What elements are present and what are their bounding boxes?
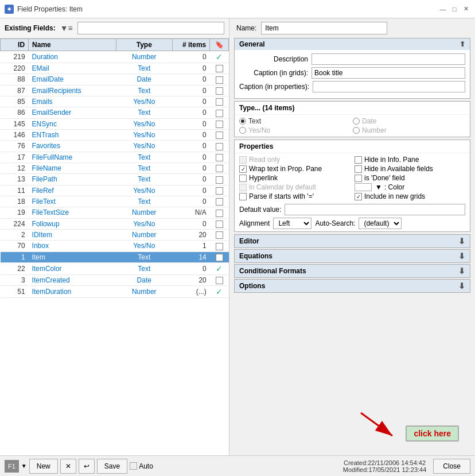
table-row[interactable]: 87 EmailRecipients Text 0 [1, 85, 229, 96]
prop-hide-available[interactable]: Hide in Available fields [355, 165, 465, 173]
cell-check[interactable] [210, 274, 229, 285]
table-row[interactable]: 11 FileRef Yes/No 0 [1, 185, 229, 196]
table-row[interactable]: 145 ENSync Yes/No 0 [1, 118, 229, 129]
caption-grids-input[interactable] [312, 67, 465, 79]
back-button[interactable]: ↩ [79, 459, 95, 474]
search-input[interactable] [77, 22, 224, 34]
table-row[interactable]: 85 Emails Yes/No 0 [1, 96, 229, 107]
row-checkbox[interactable] [216, 220, 223, 228]
prop-parse[interactable]: Parse if starts with '=' [239, 192, 350, 200]
table-row[interactable]: 1 Item Text 14 [1, 251, 229, 262]
caption-props-input[interactable] [313, 81, 465, 92]
table-row[interactable]: 76 Favorites Yes/No 0 [1, 141, 229, 152]
table-row[interactable]: 19 FileTextSize Number N/A [1, 207, 229, 218]
prop-color[interactable]: ▼ : Color [355, 183, 465, 191]
prop-done-field[interactable]: is 'Done' field [355, 174, 465, 182]
prop-calendar[interactable]: in Calendar by default [239, 183, 350, 191]
arrow-down-icon[interactable]: ▼ [21, 463, 27, 469]
prop-hyperlink[interactable]: Hyperlink [239, 174, 350, 182]
col-items[interactable]: # items [172, 39, 209, 51]
table-row[interactable]: 220 EMail Text 0 [1, 63, 229, 74]
cell-check[interactable] [210, 96, 229, 107]
equations-header[interactable]: Equations ⬇ [235, 250, 470, 262]
radio-yesno[interactable]: Yes/No [239, 126, 352, 134]
close-window-button[interactable]: ✕ [461, 5, 470, 14]
table-row[interactable]: 146 ENTrash Yes/No 0 [1, 129, 229, 140]
table-row[interactable]: 219 Duration Number 0 ✓ [1, 51, 229, 63]
general-header[interactable]: General ⬆ [235, 38, 470, 50]
table-row[interactable]: 22 ItemColor Text 0 ✓ [1, 262, 229, 274]
row-checkbox[interactable] [216, 231, 223, 239]
row-checkbox[interactable] [216, 198, 223, 206]
col-type[interactable]: Type [116, 39, 172, 51]
prop-readonly[interactable]: Read only [239, 156, 350, 164]
cell-check[interactable] [210, 107, 229, 118]
row-checkbox[interactable] [216, 210, 223, 217]
close-button[interactable]: Close [433, 459, 470, 474]
cell-check[interactable] [210, 152, 229, 162]
description-input[interactable] [312, 53, 465, 65]
table-row[interactable]: 3 ItemCreated Date 20 [1, 274, 229, 285]
conditional-formats-header[interactable]: Conditional Formats ⬇ [235, 265, 470, 277]
table-row[interactable]: 17 FileFullName Text 0 [1, 152, 229, 162]
table-row[interactable]: 224 Followup Yes/No 0 [1, 218, 229, 229]
cell-check[interactable]: ✓ [210, 51, 229, 63]
cell-check[interactable] [210, 218, 229, 229]
table-row[interactable]: 51 ItemDuration Number (...) ✓ [1, 286, 229, 298]
table-row[interactable]: 70 Inbox Yes/No 1 [1, 241, 229, 251]
row-checkbox[interactable] [216, 277, 223, 284]
radio-number[interactable]: Number [353, 126, 465, 134]
row-checkbox[interactable] [216, 76, 223, 84]
cell-check[interactable] [210, 241, 229, 251]
auto-search-select[interactable]: (default) [359, 218, 402, 229]
row-checkbox[interactable] [216, 176, 223, 184]
radio-text[interactable]: Text [239, 117, 352, 125]
col-id[interactable]: ID [1, 39, 29, 51]
row-checkbox[interactable] [216, 121, 223, 128]
cell-check[interactable] [210, 174, 229, 185]
click-here-button[interactable]: click here [406, 425, 459, 442]
prop-hide-info[interactable]: Hide in Info. Pane [355, 156, 465, 164]
row-checkbox[interactable] [216, 254, 223, 261]
cell-check[interactable] [210, 141, 229, 152]
default-value-input[interactable] [285, 204, 465, 215]
row-checkbox[interactable] [216, 110, 223, 117]
cell-check[interactable] [210, 118, 229, 129]
prop-wrap-text[interactable]: ✓ Wrap text in Prop. Pane [239, 165, 350, 173]
cell-check[interactable] [210, 196, 229, 207]
filter-icon[interactable]: ▼≡ [60, 24, 73, 33]
row-checkbox[interactable] [216, 87, 223, 95]
cell-check[interactable] [210, 207, 229, 218]
table-row[interactable]: 18 FileText Text 0 [1, 196, 229, 207]
row-checkbox[interactable] [216, 131, 223, 139]
editor-header[interactable]: Editor ⬇ [235, 235, 470, 247]
row-checkbox[interactable] [216, 165, 223, 172]
row-checkbox[interactable] [216, 243, 223, 250]
row-checkbox[interactable] [216, 65, 223, 72]
cell-check[interactable] [210, 162, 229, 173]
options-header[interactable]: Options ⬇ [235, 280, 470, 292]
table-row[interactable]: 12 FileName Text 0 [1, 162, 229, 173]
row-checkbox[interactable] [216, 154, 223, 161]
cell-check[interactable] [210, 85, 229, 96]
maximize-button[interactable]: □ [450, 5, 459, 14]
table-row[interactable]: 88 EmailDate Date 0 [1, 74, 229, 85]
row-checkbox[interactable] [216, 187, 223, 195]
cell-check[interactable] [210, 229, 229, 240]
col-name[interactable]: Name [29, 39, 116, 51]
cell-check[interactable] [210, 185, 229, 196]
table-row[interactable]: 86 EmailSender Text 0 [1, 107, 229, 118]
cell-check[interactable]: ✓ [210, 262, 229, 274]
new-button[interactable]: New [29, 459, 58, 474]
table-row[interactable]: 2 IDItem Number 20 [1, 229, 229, 240]
cell-check[interactable] [210, 251, 229, 262]
prop-include-grids[interactable]: ✓ Include in new grids [355, 192, 465, 200]
row-checkbox[interactable] [216, 98, 223, 106]
delete-button[interactable]: ✕ [60, 459, 76, 474]
cell-check[interactable]: ✓ [210, 286, 229, 298]
cell-check[interactable] [210, 63, 229, 74]
minimize-button[interactable]: — [438, 5, 447, 14]
radio-date[interactable]: Date [353, 117, 465, 125]
save-button[interactable]: Save [97, 459, 127, 474]
cell-check[interactable] [210, 129, 229, 140]
